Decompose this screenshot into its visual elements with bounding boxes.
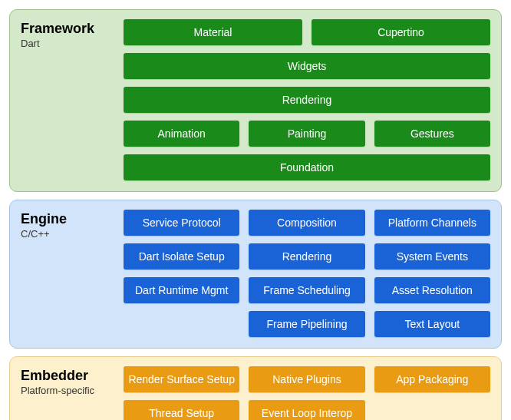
box-service-protocol: Service Protocol	[124, 210, 239, 236]
box-painting: Painting	[249, 121, 364, 147]
box-system-events: System Events	[374, 243, 490, 270]
box-dart-runtime-mgmt: Dart Runtime Mgmt	[124, 277, 239, 303]
layer-title: Framework	[21, 21, 113, 37]
layer-body-engine: Service Protocol Composition Platform Ch…	[124, 210, 490, 337]
box-gestures: Gestures	[374, 121, 490, 147]
layer-header-embedder: Embedder Platform-specific	[21, 366, 113, 420]
box-widgets: Widgets	[124, 53, 490, 79]
layer-title: Engine	[21, 211, 113, 227]
layer-embedder: Embedder Platform-specific Render Surfac…	[9, 356, 502, 420]
box-rendering-engine: Rendering	[249, 243, 364, 270]
box-composition: Composition	[249, 210, 364, 236]
box-frame-pipelining: Frame Pipelining	[249, 311, 364, 337]
box-empty	[124, 311, 239, 337]
box-cupertino: Cupertino	[312, 19, 490, 45]
layer-subtitle: Platform-specific	[21, 385, 113, 396]
layer-body-embedder: Render Surface Setup Native Plugins App …	[124, 366, 490, 420]
box-frame-scheduling: Frame Scheduling	[249, 277, 364, 303]
layer-body-framework: Material Cupertino Widgets Rendering Ani…	[124, 19, 490, 180]
box-empty	[374, 400, 490, 420]
layer-engine: Engine C/C++ Service Protocol Compositio…	[9, 200, 502, 349]
box-material: Material	[124, 19, 302, 45]
box-event-loop-interop: Event Loop Interop	[249, 400, 364, 420]
box-animation: Animation	[124, 121, 239, 147]
layer-subtitle: C/C++	[21, 228, 113, 240]
box-app-packaging: App Packaging	[374, 366, 490, 392]
box-native-plugins: Native Plugins	[249, 366, 364, 392]
box-dart-isolate-setup: Dart Isolate Setup	[124, 243, 239, 270]
box-thread-setup: Thread Setup	[124, 400, 239, 420]
box-text-layout: Text Layout	[374, 311, 490, 337]
layer-subtitle: Dart	[21, 38, 113, 49]
box-platform-channels: Platform Channels	[374, 210, 490, 236]
box-foundation: Foundation	[124, 154, 490, 180]
box-rendering: Rendering	[124, 87, 490, 113]
layer-framework: Framework Dart Material Cupertino Widget…	[9, 9, 502, 192]
box-render-surface-setup: Render Surface Setup	[124, 366, 239, 392]
box-asset-resolution: Asset Resolution	[374, 277, 490, 303]
layer-header-framework: Framework Dart	[21, 19, 113, 180]
layer-title: Embedder	[21, 368, 113, 384]
layer-header-engine: Engine C/C++	[21, 210, 113, 337]
